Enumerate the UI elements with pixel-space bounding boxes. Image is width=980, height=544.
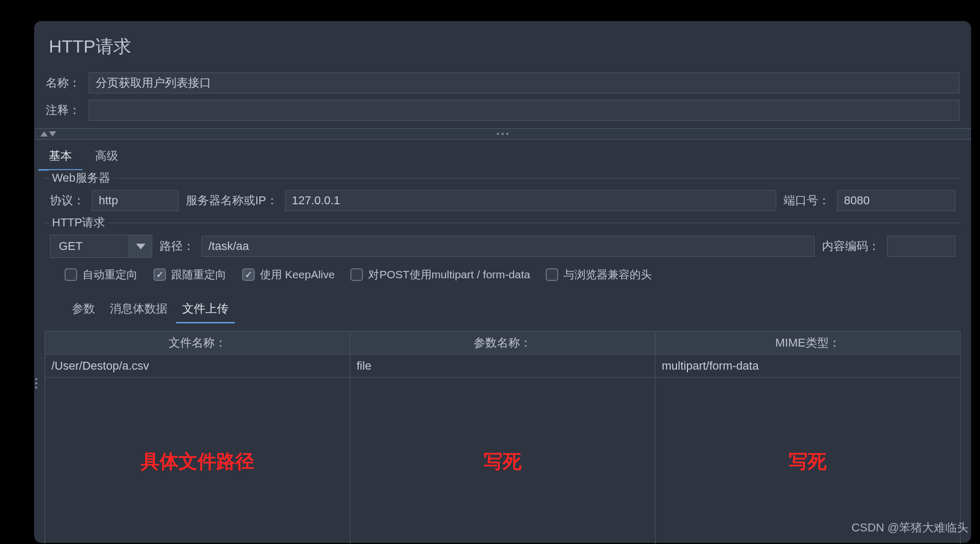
header-mime-type[interactable]: MIME类型： xyxy=(655,331,960,354)
name-row: 名称： 分页获取用户列表接口 xyxy=(34,70,971,98)
checkbox-label: 自动重定向 xyxy=(82,267,138,282)
annotation-file-path: 具体文件路径 xyxy=(141,449,254,475)
cell-mime-type[interactable]: multipart/form-data xyxy=(655,354,960,377)
comment-input[interactable] xyxy=(89,100,960,121)
checkbox-box-icon xyxy=(350,268,363,281)
header-param-name[interactable]: 参数名称： xyxy=(350,331,655,354)
method-combo[interactable]: GET xyxy=(50,235,152,258)
checkbox-browser-compat[interactable]: 与浏览器兼容的头 xyxy=(546,267,652,282)
port-input[interactable]: 8080 xyxy=(837,190,955,211)
web-server-group: Web服务器 协议： http 服务器名称或IP： 127.0.0.1 端口号：… xyxy=(45,178,961,215)
encoding-label: 内容编码： xyxy=(822,238,880,254)
checkbox-follow-redirect[interactable]: 跟随重定向 xyxy=(153,267,226,282)
server-input[interactable]: 127.0.0.1 xyxy=(285,190,776,211)
checkbox-box-icon xyxy=(242,268,255,281)
main-tab-bar: 基本 高级 xyxy=(34,140,971,171)
inner-tab-bar: 参数 消息体数据 文件上传 xyxy=(50,282,955,323)
name-input[interactable]: 分页获取用户列表接口 xyxy=(89,72,960,93)
split-divider[interactable] xyxy=(34,128,971,140)
checkbox-label: 与浏览器兼容的头 xyxy=(564,267,652,282)
header-file-name[interactable]: 文件名称： xyxy=(45,331,350,354)
divider-arrows-icon xyxy=(40,131,56,137)
table-col-3: 写死 xyxy=(655,378,960,544)
table-col-2: 写死 xyxy=(350,378,655,544)
http-request-group: HTTP请求 GET 路径： /task/aa 内容编码： 自动重定向 跟随重定… xyxy=(45,223,961,328)
method-dropdown-button[interactable] xyxy=(129,235,152,257)
tab-file-upload[interactable]: 文件上传 xyxy=(176,296,235,323)
checkbox-multipart[interactable]: 对POST使用multipart / form-data xyxy=(350,267,530,282)
protocol-label: 协议： xyxy=(50,193,85,208)
method-value: GET xyxy=(50,235,129,257)
checkbox-label: 使用 KeepAlive xyxy=(260,267,335,282)
divider-dots-icon xyxy=(497,133,508,135)
chevron-down-icon xyxy=(136,244,145,249)
cell-file-name[interactable]: /User/Destop/a.csv xyxy=(45,354,350,377)
annotation-param: 写死 xyxy=(484,449,522,475)
http-request-legend: HTTP请求 xyxy=(49,215,108,231)
checkbox-box-icon xyxy=(65,268,77,281)
watermark-text: CSDN @笨猪大难临头 xyxy=(851,520,968,536)
name-label: 名称： xyxy=(46,75,82,91)
table-col-1: 具体文件路径 xyxy=(45,378,350,544)
tab-body-data[interactable]: 消息体数据 xyxy=(103,296,174,323)
checkbox-box-icon xyxy=(546,268,558,281)
checkbox-keepalive[interactable]: 使用 KeepAlive xyxy=(242,267,335,282)
checkbox-auto-redirect[interactable]: 自动重定向 xyxy=(65,267,138,282)
path-input[interactable]: /task/aa xyxy=(202,236,815,257)
comment-row: 注释： xyxy=(34,98,971,125)
comment-label: 注释： xyxy=(46,102,82,118)
table-header: 文件名称： 参数名称： MIME类型： xyxy=(45,331,960,354)
checkbox-box-icon xyxy=(153,268,166,281)
tab-params[interactable]: 参数 xyxy=(66,296,101,323)
http-request-panel: HTTP请求 名称： 分页获取用户列表接口 注释： 基本 高级 Web服务器 协… xyxy=(34,21,971,543)
side-drag-handle-icon[interactable] xyxy=(35,378,37,389)
checkbox-label: 跟随重定向 xyxy=(171,267,226,282)
panel-title: HTTP请求 xyxy=(34,21,971,70)
table-row[interactable]: /User/Destop/a.csv file multipart/form-d… xyxy=(45,354,960,378)
web-server-legend: Web服务器 xyxy=(49,170,113,186)
options-row: 自动重定向 跟随重定向 使用 KeepAlive 对POST使用multipar… xyxy=(50,258,955,282)
checkbox-label: 对POST使用multipart / form-data xyxy=(368,267,530,282)
port-label: 端口号： xyxy=(784,193,830,208)
annotation-mime: 写死 xyxy=(789,449,827,475)
encoding-input[interactable] xyxy=(887,236,955,257)
tab-basic[interactable]: 基本 xyxy=(38,143,82,171)
path-label: 路径： xyxy=(160,238,194,254)
tab-advanced[interactable]: 高级 xyxy=(85,143,129,171)
protocol-input[interactable]: http xyxy=(92,190,179,211)
server-label: 服务器名称或IP： xyxy=(186,193,278,208)
cell-param-name[interactable]: file xyxy=(350,354,655,377)
table-body-area[interactable]: 具体文件路径 写死 写死 xyxy=(45,378,960,544)
file-upload-table: 文件名称： 参数名称： MIME类型： /User/Destop/a.csv f… xyxy=(45,331,961,544)
